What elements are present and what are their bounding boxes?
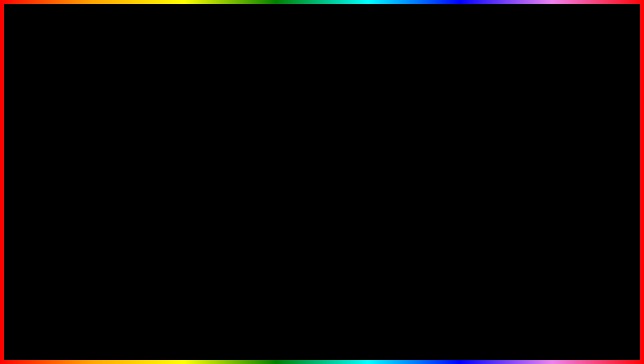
inner-item-label: Auto Hang Paintings <box>134 163 173 168</box>
inner-item-label: Bypass Shade Jumpscare <box>134 180 183 185</box>
light-bulb-2 <box>537 10 544 17</box>
menu-outer-plus: + <box>68 94 71 100</box>
light-bulb-6 <box>591 10 597 17</box>
eye-icon-2 <box>586 307 595 316</box>
inner-item-label: No Camera Shake <box>134 137 169 142</box>
light-bulb-7 <box>604 10 611 17</box>
checkbox-remove-vent[interactable] <box>231 111 236 116</box>
inner-item-no-camera-shake[interactable]: No Camera Shake ✓ <box>132 135 239 144</box>
menu-outer-title-suffix: - Doors <box>120 84 137 89</box>
script-pastebin-text: SCRIPT PASTEBIN <box>225 330 391 349</box>
door-number: 0013 <box>541 67 594 94</box>
menu-inner-title-text: Vynixius <box>168 99 186 104</box>
light-bulb-4 <box>564 10 571 17</box>
inner-item-auto-heartbeat[interactable]: Auto Complete Heartbeat Minigame ✓ <box>132 204 239 213</box>
inner-item-label: Bypass Glitch Jumpscare <box>134 189 182 194</box>
inner-item-bypass-screech[interactable]: Bypass Screech Jumpscare ✓ <box>132 170 239 178</box>
small-dot <box>52 71 54 73</box>
eye-icon-6 <box>597 318 606 327</box>
doors-logo-icons-grid <box>575 307 606 338</box>
eye-inner-4 <box>578 320 582 324</box>
inner-item-no-e-wait[interactable]: No E Wait ✓ <box>132 126 239 135</box>
checkbox-remove-barricades[interactable] <box>231 119 236 125</box>
eye-icon-8 <box>586 328 595 338</box>
inner-item-label: Remove Barricades <box>134 120 171 124</box>
inner-item-label: Remove Vent Grates <box>134 111 173 116</box>
checkbox-auto-loot[interactable]: ✓ <box>231 145 236 151</box>
inner-item-label: Auto Complete Heartbeat Minigame <box>134 206 201 211</box>
checkbox-bypass-glitch[interactable]: ✓ <box>231 189 236 194</box>
inner-item-auto-hang[interactable]: Auto Hang Paintings ✓ <box>132 161 239 170</box>
inner-item-label: Auto Hide <box>134 154 153 159</box>
skip-room-label: SKIP ROOM <box>423 153 561 180</box>
eye-icon-5 <box>586 318 595 327</box>
entity-shadow <box>561 100 627 234</box>
light-bulb-1 <box>524 10 531 17</box>
instant-label: INSTANT <box>423 127 561 153</box>
bottom-text-container: AUTO FARM SCRIPT PASTEBIN <box>20 317 391 351</box>
checkbox-auto-hide[interactable]: ✓ <box>231 154 236 159</box>
eye-icon-4 <box>575 318 585 327</box>
main-title: DOORS <box>191 10 452 87</box>
inner-item-label: Bypass Screech Jumpscare <box>134 172 186 176</box>
inner-item-auto-loot[interactable]: Auto Loot Containers ✓ <box>132 144 239 152</box>
eye-icon-9 <box>597 328 606 338</box>
eye-inner-3 <box>599 310 603 314</box>
checkbox-no-e-wait[interactable]: ✓ <box>231 128 236 133</box>
menu-outer-title-text: Vynixius <box>103 84 120 89</box>
eye-inner-5 <box>589 320 593 324</box>
menu-inner-title-suffix: - Doors <box>186 99 202 104</box>
eye-inner-8 <box>589 331 593 335</box>
inner-item-remove-barricades[interactable]: Remove Barricades <box>132 118 239 126</box>
eye-inner-1 <box>578 310 582 314</box>
auto-farm-text: AUTO FARM <box>20 317 218 351</box>
eye-icon-3 <box>597 307 606 316</box>
checkbox-no-camera-shake[interactable]: ✓ <box>231 137 236 142</box>
menu-outer-title: Vynixius - Doors <box>64 81 176 92</box>
inner-item-bypass-seek[interactable]: Bypass Seek Chases ✓ <box>132 196 239 204</box>
inner-menu-items: Remove Vent Grates Remove Barricades No … <box>128 107 243 215</box>
checkbox-auto-heartbeat[interactable]: ✓ <box>231 206 236 211</box>
instant-skip-room-container: INSTANT SKIP ROOM <box>423 127 561 180</box>
eye-inner-7 <box>578 331 582 335</box>
light-bulb-5 <box>577 10 584 17</box>
eye-inner-6 <box>599 320 603 324</box>
menu-inner-plus: + <box>132 109 135 115</box>
light-bulb-3 <box>551 10 557 17</box>
checkbox-bypass-seek[interactable]: ✓ <box>231 197 236 203</box>
eye-inner-9 <box>599 331 603 335</box>
inner-item-label: Bypass Seek Chases <box>134 198 174 202</box>
inner-item-bypass-shade[interactable]: Bypass Shade Jumpscare ✓ <box>132 178 239 187</box>
eye-icon-1 <box>575 307 585 316</box>
doors-logo-text: DOORS <box>576 339 606 348</box>
menu-inner-title: Vynixius - Doors <box>128 96 243 107</box>
lights-strip <box>524 10 611 17</box>
inner-item-label: No E Wait <box>134 128 153 133</box>
eye-icon-7 <box>575 328 585 338</box>
checkbox-bypass-shade[interactable]: ✓ <box>231 180 236 185</box>
inner-item-auto-hide[interactable]: Auto Hide ✓ <box>132 152 239 161</box>
doors-logo-badge: DOORS <box>564 301 617 354</box>
checkbox-bypass-screech[interactable]: ✓ <box>231 171 236 177</box>
menu-panel-inner: Vynixius - Doors + Remove Vent Grates Re… <box>127 95 244 225</box>
eye-inner-2 <box>589 310 593 314</box>
inner-item-bypass-glitch[interactable]: Bypass Glitch Jumpscare ✓ <box>132 187 239 196</box>
checkbox-auto-hang[interactable]: ✓ <box>231 163 236 168</box>
inner-item-label: Auto Loot Containers <box>134 146 174 150</box>
inner-item-remove-vent[interactable]: Remove Vent Grates <box>132 109 239 118</box>
